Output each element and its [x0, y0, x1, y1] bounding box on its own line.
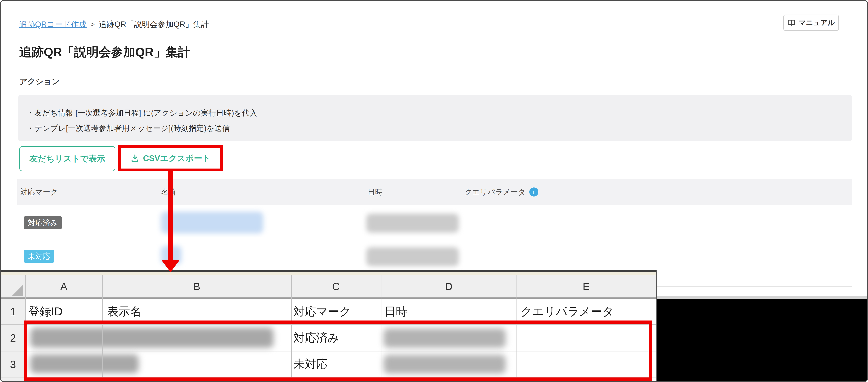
page-title: 追跡QR「説明会参加QR」集計: [19, 44, 190, 60]
black-backdrop: [657, 299, 868, 382]
annotation-arrow-line: [168, 171, 173, 260]
status-badge-pending: 未対応: [24, 250, 54, 263]
breadcrumb: 追跡QRコード作成 > 追跡QR「説明会参加QR」集計: [19, 19, 209, 30]
info-icon[interactable]: i: [529, 187, 538, 197]
row-number-3: 3: [1, 351, 25, 377]
manual-button[interactable]: マニュアル: [783, 14, 839, 31]
table-header-datetime: 日時: [368, 179, 382, 205]
column-header-bottom-border: [1, 297, 656, 299]
breadcrumb-separator: >: [91, 20, 95, 29]
action-line-2: ・テンプレ[一次選考参加者用メッセージ](時刻指定)を送信: [27, 121, 852, 136]
column-letter-b: B: [102, 275, 291, 297]
friend-list-button[interactable]: 友だちリストで表示: [19, 146, 115, 171]
column-letter-c: C: [291, 275, 381, 297]
column-letter-e: E: [517, 275, 656, 297]
column-letter-a: A: [25, 275, 102, 297]
action-section-heading: アクション: [19, 76, 60, 87]
row-number-2: 2: [1, 325, 25, 351]
redacted-name-link-row1[interactable]: [161, 212, 263, 233]
breadcrumb-current: 追跡QR「説明会参加QR」集計: [99, 19, 209, 30]
action-description-panel: ・友だち情報 [一次選考参加日程] に(アクションの実行日時)を代入 ・テンプレ…: [18, 95, 852, 141]
csv-export-label: CSVエクスポート: [143, 153, 211, 164]
annotation-rows-highlight-box: [24, 321, 652, 381]
row-separator-1: [17, 238, 852, 238]
table-header-row: 対応マーク 名前 日時 クエリパラメータ i: [17, 179, 852, 205]
table-header-mark: 対応マーク: [20, 179, 58, 205]
spreadsheet-top-border: [1, 270, 656, 272]
csv-export-button[interactable]: CSVエクスポート: [130, 153, 211, 164]
redacted-datetime-row1: [366, 214, 459, 233]
status-badge-done: 対応済み: [24, 216, 62, 229]
action-line-1: ・友だち情報 [一次選考参加日程] に(アクションの実行日時)を代入: [27, 105, 852, 121]
csv-export-highlight-box: CSVエクスポート: [118, 145, 223, 171]
annotation-arrow-head: [161, 260, 180, 272]
manual-button-label: マニュアル: [799, 18, 835, 28]
select-all-triangle-icon: [12, 285, 23, 296]
column-letter-d: D: [381, 275, 517, 297]
row-number-1: 1: [1, 299, 25, 324]
book-icon: [787, 19, 796, 27]
app-window: 追跡QRコード作成 > 追跡QR「説明会参加QR」集計 マニュアル 追跡QR「説…: [0, 0, 868, 382]
download-icon: [130, 154, 140, 163]
redacted-datetime-row2: [366, 247, 459, 266]
page-bottom-edge: [657, 296, 868, 299]
breadcrumb-link-qr-create[interactable]: 追跡QRコード作成: [19, 19, 87, 30]
spreadsheet-chrome-strip: [1, 272, 656, 275]
table-header-query: クエリパラメータ: [465, 179, 526, 205]
